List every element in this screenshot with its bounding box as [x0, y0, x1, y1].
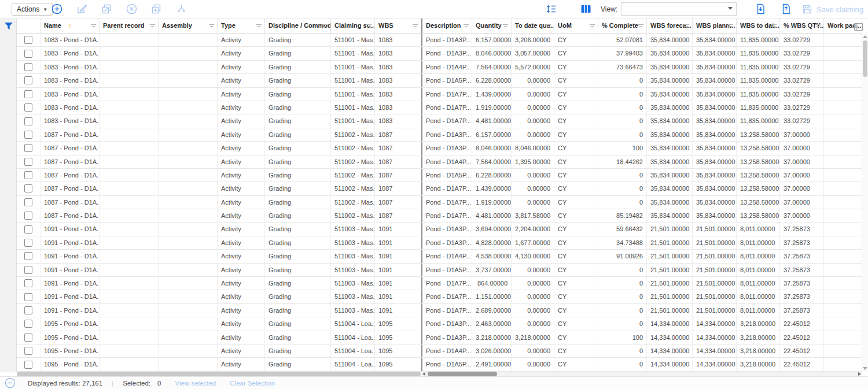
row-checkbox[interactable]: [24, 36, 32, 44]
filter-icon[interactable]: [815, 24, 821, 29]
column-header-wbs_todate[interactable]: WBS to dat...: [737, 18, 780, 33]
cell-pct_wbs_qty: 22.45012: [780, 317, 824, 330]
table-row: 1087 - Pond - D1A...ActivityGrading51100…: [17, 128, 862, 142]
row-checkbox[interactable]: [24, 90, 32, 98]
filter-icon[interactable]: [208, 24, 215, 29]
right-scrollbar-thumb[interactable]: [428, 372, 497, 376]
cell-work_package: [824, 290, 862, 303]
edit-record-button[interactable]: [76, 3, 87, 15]
row-checkbox[interactable]: [24, 144, 32, 152]
right-pane-horizontal-scrollbar[interactable]: [421, 372, 862, 376]
view-select[interactable]: [621, 2, 737, 16]
row-checkbox[interactable]: [24, 171, 32, 179]
filter-icon[interactable]: [771, 24, 777, 29]
filter-icon[interactable]: [256, 24, 262, 29]
column-header-wbs[interactable]: WBS: [375, 18, 421, 33]
row-checkbox[interactable]: [24, 131, 32, 139]
row-checkbox[interactable]: [24, 212, 32, 220]
export-button[interactable]: [780, 3, 792, 15]
row-checkbox[interactable]: [24, 50, 32, 58]
column-header-pct_wbs_qty[interactable]: % WBS QTY...: [780, 18, 824, 33]
row-checkbox[interactable]: [24, 239, 32, 247]
assign-hierarchy-button[interactable]: [175, 3, 187, 15]
row-checkbox[interactable]: [24, 103, 32, 112]
row-checkbox[interactable]: [24, 63, 32, 71]
filter-icon[interactable]: [322, 24, 328, 29]
filter-icon[interactable]: [90, 24, 97, 29]
scroll-right-arrow-icon[interactable]: [858, 372, 861, 376]
row-checkbox[interactable]: [24, 334, 32, 342]
clear-selection-link[interactable]: Clear Selection: [230, 380, 275, 387]
cell-name: 1095 - Pond - D1A...: [41, 344, 100, 357]
row-checkbox[interactable]: [24, 184, 32, 192]
filter-icon[interactable]: [366, 24, 372, 29]
cell-discipline: Grading: [265, 34, 331, 46]
filter-icon[interactable]: [149, 24, 156, 29]
row-checkbox[interactable]: [24, 225, 32, 234]
import-button[interactable]: [755, 3, 766, 15]
delete-record-button[interactable]: [126, 3, 137, 15]
side-panel-toggle[interactable]: [854, 23, 863, 33]
filter-icon[interactable]: [502, 24, 509, 29]
cell-wbs_todate: 8,011.00000: [737, 223, 780, 235]
column-header-quantity[interactable]: Quantity: [472, 18, 512, 33]
filter-panel-button[interactable]: [3, 22, 13, 31]
cell-quantity: 1,919.00000: [472, 196, 512, 209]
column-header-type[interactable]: Type: [218, 18, 265, 33]
add-record-button[interactable]: [51, 3, 62, 15]
cell-description: Pond - D1A4P...: [421, 155, 472, 168]
columns-icon: [580, 3, 591, 14]
left-scrollbar-thumb[interactable]: [17, 372, 421, 376]
row-checkbox[interactable]: [24, 293, 32, 301]
scroll-down-arrow-icon[interactable]: [863, 367, 867, 370]
column-header-description[interactable]: Description: [421, 18, 472, 33]
row-checkbox[interactable]: [24, 347, 32, 355]
cell-pct_complete: 0: [598, 128, 647, 141]
column-chooser-button[interactable]: [580, 3, 591, 15]
row-checkbox[interactable]: [24, 306, 32, 314]
column-header-pct_complete[interactable]: % Complete: [598, 18, 647, 33]
row-checkbox[interactable]: [24, 266, 32, 274]
row-checkbox[interactable]: [24, 320, 32, 328]
actions-button[interactable]: Actions ▼: [12, 3, 53, 16]
row-checkbox[interactable]: [24, 76, 32, 84]
row-height-button[interactable]: [545, 3, 557, 15]
row-checkbox[interactable]: [24, 158, 32, 166]
column-header-wbs_forecast[interactable]: WBS foreca...: [647, 18, 693, 33]
column-header-wbs_planned[interactable]: WBS plann...: [693, 18, 737, 33]
save-claiming-button[interactable]: Save claiming: [802, 0, 863, 18]
scroll-left-arrow-icon[interactable]: [422, 372, 425, 376]
column-header-name[interactable]: Name↑: [41, 18, 100, 33]
row-checkbox[interactable]: [24, 252, 32, 260]
column-header-assembly[interactable]: Assembly: [159, 18, 218, 33]
scroll-up-arrow-icon[interactable]: [863, 35, 867, 38]
column-header-discipline[interactable]: Discipline / Commod...: [265, 18, 331, 33]
row-checkbox[interactable]: [24, 279, 32, 287]
filter-icon[interactable]: [545, 24, 551, 29]
cell-wbs: 1091: [375, 290, 421, 303]
cell-pct_complete: 18.44262: [598, 155, 647, 168]
filter-icon[interactable]: [683, 24, 690, 29]
filter-icon[interactable]: [589, 24, 595, 29]
vertical-scrollbar-thumb[interactable]: [863, 40, 867, 77]
view-selected-link[interactable]: View selected: [175, 380, 216, 387]
row-checkbox[interactable]: [24, 198, 32, 206]
cell-wbs_planned: 35,834.00000: [693, 182, 737, 195]
row-checkbox[interactable]: [24, 361, 32, 369]
row-checkbox[interactable]: [24, 117, 32, 125]
cell-pct_complete: 0: [598, 182, 647, 195]
filter-icon[interactable]: [412, 24, 418, 29]
vertical-scrollbar[interactable]: [862, 34, 868, 372]
bulk-edit-button[interactable]: [101, 3, 112, 15]
column-header-claiming[interactable]: Claiming sc...: [331, 18, 375, 33]
cell-wbs_todate: 11,835.00000: [737, 88, 780, 101]
left-pane-horizontal-scrollbar[interactable]: [17, 372, 421, 376]
filter-icon[interactable]: [727, 24, 734, 29]
column-header-parent[interactable]: Parent record: [100, 18, 159, 33]
collapse-all-button[interactable]: [5, 377, 16, 388]
column-header-todate[interactable]: To date qua...: [512, 18, 554, 33]
filter-icon[interactable]: [638, 24, 644, 29]
filter-icon[interactable]: [463, 24, 469, 29]
duplicate-record-button[interactable]: [150, 3, 162, 15]
column-header-uom[interactable]: UoM: [554, 18, 598, 33]
